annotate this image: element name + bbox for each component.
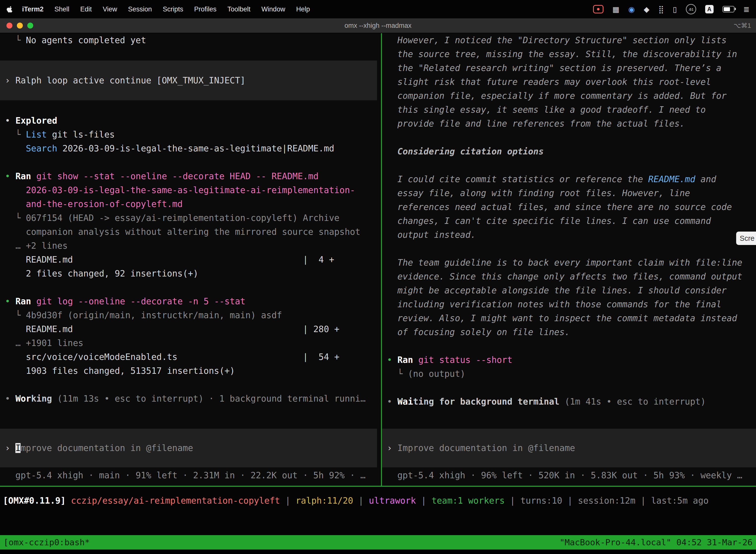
menu-item-iterm2[interactable]: iTerm2 (17, 5, 49, 13)
menu-status-icons: ▦◉◆⣿▯.61A≣ (593, 4, 750, 14)
text-segment: Ralph loop active continue [OMX_TMUX_INJ… (15, 75, 245, 86)
terminal-line (382, 130, 756, 145)
ran-git-status: • Ran git status --short (382, 353, 756, 367)
terminal-line: output instead. (382, 228, 756, 242)
text-segment (31, 296, 36, 306)
screen-mirror-icon[interactable]: ▦ (612, 5, 619, 14)
text-segment: • (5, 394, 15, 403)
text-segment: 067f154 (HEAD -> essay/ai-reimplementati… (26, 213, 339, 223)
menu-item-profiles[interactable]: Profiles (189, 5, 222, 13)
terminal-line: README.md | 280 + (0, 322, 381, 336)
text-segment: slight risk that future readers may over… (387, 77, 711, 87)
text-segment: List (26, 129, 47, 140)
omx-mode: ultrawork (369, 496, 416, 506)
omx-ralph-counter: ralph:11/20 (296, 496, 353, 506)
explored-header: • Explored (0, 114, 381, 127)
text-segment: of focusing solely on file lines. (387, 327, 570, 337)
app-dark-icon[interactable]: ◆ (644, 5, 649, 14)
text-segment: › (387, 443, 397, 453)
iphone-icon[interactable]: ▯ (673, 5, 677, 14)
minimize-button[interactable] (17, 22, 23, 29)
text-segment: git log --oneline --decorate -n 5 --stat (36, 296, 245, 306)
text-segment: changes, I can't cite specific file line… (387, 216, 711, 226)
left-scrollback: └ No agents completed yet› Ralph loop ac… (0, 33, 381, 429)
right-pane: However, I noticed the "Directory Struct… (382, 33, 756, 486)
screen-share-tooltip[interactable]: Scre (736, 232, 756, 245)
terminal-line: the "Related research writing" section i… (382, 61, 756, 75)
omx-branch: cczip/essay/ai-reimplementation-copyleft (71, 496, 280, 506)
text-segment: | (562, 496, 578, 506)
ran-git-log: • Ran git log --oneline --decorate -n 5 … (0, 294, 381, 308)
menu-bar: iTerm2ShellEditViewSessionScriptsProfile… (0, 0, 756, 18)
terminal-line: companion file, especially if more comme… (382, 89, 756, 103)
menu-item-shell[interactable]: Shell (49, 5, 75, 13)
window-title-bar[interactable]: omx --xhigh --madmax ⌥⌘1 (0, 18, 756, 33)
input-source-icon[interactable]: A (705, 5, 713, 13)
left-prompt-line[interactable]: › Improve documentation in @filename (0, 441, 377, 455)
menu-item-scripts[interactable]: Scripts (157, 5, 189, 13)
terminal-line (382, 381, 756, 395)
terminal-line (382, 339, 756, 353)
battery-icon[interactable] (722, 6, 735, 12)
terminal-line: The team guideline is to back every impo… (382, 256, 756, 270)
text-segment: 4b9d30f (origin/main, instructkr/main, m… (26, 310, 282, 320)
text-segment: including verification notes with those … (387, 299, 721, 309)
text-segment: … +1901 lines (5, 338, 83, 348)
text-segment: • (5, 171, 15, 181)
text-segment: › (5, 75, 15, 86)
right-prompt-line[interactable]: › Improve documentation in @filename (382, 441, 756, 455)
text-segment (31, 171, 36, 181)
terminal-line: … +2 lines (0, 239, 381, 253)
text-segment: README.md (648, 174, 695, 184)
window-shortcut-badge: ⌥⌘1 (734, 22, 751, 30)
text-segment: git show --stat --oneline --decorate HEA… (36, 171, 318, 181)
terminal-line: including verification notes with those … (382, 297, 756, 311)
terminal-line: provide file and line references from th… (382, 117, 756, 130)
control-center-icon[interactable]: ≣ (743, 5, 750, 14)
text-segment: the "Related research writing" section i… (387, 63, 721, 73)
text-segment: might be acceptable alongside the file l… (387, 285, 727, 295)
screen-record-icon[interactable] (593, 5, 604, 13)
terminal-line: changes, I can't cite specific file line… (382, 214, 756, 228)
terminal-line (382, 158, 756, 172)
text-segment: 2026-03-09-is-legal-the-same-as-legitima… (5, 185, 355, 195)
close-button[interactable] (6, 22, 12, 29)
text-segment: Considering citation options (397, 147, 544, 156)
text-segment: this single essay, it seems like a good … (387, 105, 706, 115)
left-prompt-input[interactable]: › Improve documentation in @filename (0, 429, 377, 467)
text-segment: I could cite commit statistics or refere… (387, 174, 648, 184)
terminal-line: └ 4b9d30f (origin/main, instructkr/main,… (0, 308, 381, 322)
left-model-status-line: gpt-5.4 xhigh · main · 91% left · 2.31M … (0, 468, 381, 482)
text-cursor: I (15, 443, 20, 453)
menu-item-view[interactable]: View (97, 5, 123, 13)
menu-item-help[interactable]: Help (291, 5, 315, 13)
text-segment: src/voice/voiceModeEnabled.ts | 54 + (5, 352, 339, 362)
text-segment: Ran (15, 296, 31, 306)
text-segment: Wai (397, 397, 413, 406)
apps-grid-icon[interactable]: ⣿ (658, 5, 664, 14)
ran-git-show: • Ran git show --stat --oneline --decora… (0, 169, 381, 183)
omx-session: session:12m (578, 496, 635, 506)
app-blue-icon[interactable]: ◉ (628, 5, 635, 14)
menu-item-toolbelt[interactable]: Toolbelt (222, 5, 256, 13)
menu-item-session[interactable]: Session (123, 5, 157, 13)
text-segment: Search (26, 144, 57, 153)
omx-last: last:5m ago (651, 496, 709, 506)
right-model-status-line: gpt-5.4 xhigh · 96% left · 520K in · 5.8… (382, 468, 756, 482)
text-segment (66, 496, 71, 506)
text-segment: └ (5, 35, 26, 45)
terminal-line: I could cite commit statistics or refere… (382, 172, 756, 186)
menu-item-edit[interactable]: Edit (75, 5, 98, 13)
terminal-line: and-the-erosion-of-copyleft.md (0, 197, 381, 211)
menu-item-window[interactable]: Window (256, 5, 291, 13)
battery-percent-badge[interactable]: .61 (686, 4, 696, 14)
tmux-session-window: [omx-cczip0:bash* (3, 537, 90, 547)
text-segment: essay file, along with finding root file… (387, 188, 690, 198)
working-status-line: • Working (11m 13s • esc to interrupt) ·… (0, 392, 381, 405)
text-segment: 2026-03-09-is-legal-the-same-as-legitima… (57, 144, 334, 153)
right-prompt-input[interactable]: › Improve documentation in @filename (382, 429, 756, 467)
apple-menu-icon[interactable] (6, 5, 13, 13)
text-segment: | (505, 496, 520, 506)
text-segment: ting for background terminal (413, 397, 559, 406)
zoom-button[interactable] (27, 22, 33, 29)
